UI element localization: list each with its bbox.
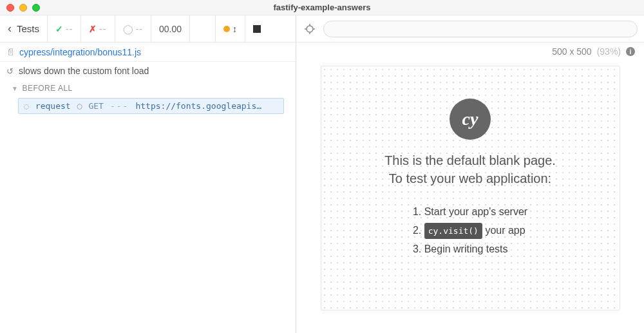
spec-file-path[interactable]: 📄︎ cypress/integration/bonus11.js bbox=[0, 43, 296, 62]
aut-iframe: cy This is the default blank page. To te… bbox=[321, 66, 620, 310]
file-icon: 📄︎ bbox=[6, 47, 15, 57]
chevron-left-icon: ‹ bbox=[8, 22, 12, 35]
info-icon[interactable]: i bbox=[626, 47, 635, 56]
spinner-icon: ◌ bbox=[24, 101, 29, 111]
instruction-item: Start your app's server bbox=[413, 203, 527, 222]
state-circle-icon: ◯ bbox=[77, 101, 82, 111]
circle-icon: ◯ bbox=[123, 24, 133, 34]
instructions-list: Start your app's server cy.visit() your … bbox=[413, 203, 527, 258]
check-icon: ✓ bbox=[55, 24, 63, 34]
back-to-tests-button[interactable]: ‹ Tests bbox=[0, 15, 48, 42]
test-title-text: slows down the custom font load bbox=[19, 66, 149, 76]
failed-count: ✗ -- bbox=[81, 15, 115, 42]
minimize-window-button[interactable] bbox=[19, 4, 27, 12]
command-url: https://fonts.googleapis… bbox=[135, 101, 278, 111]
auto-scroll-toggle[interactable]: ↕ bbox=[216, 15, 245, 42]
reporter-panel: ‹ Tests ✓ -- ✗ -- ◯ -- 00.00 bbox=[0, 15, 296, 333]
timer: 00.00 bbox=[151, 15, 190, 42]
caret-down-icon: ▼ bbox=[12, 85, 18, 92]
selector-playground-button[interactable] bbox=[303, 22, 317, 36]
instruction-item: Begin writing tests bbox=[413, 240, 527, 259]
blank-page-heading: This is the default blank page. To test … bbox=[384, 151, 556, 187]
viewport-dimensions: 500 x 500 bbox=[552, 46, 592, 57]
reload-icon: ↺ bbox=[6, 66, 14, 76]
aut-toolbar bbox=[296, 15, 644, 43]
tests-label: Tests bbox=[17, 23, 39, 34]
aut-panel: 500 x 500 (93%) i cy This is the default… bbox=[296, 15, 644, 333]
cypress-logo: cy bbox=[450, 99, 491, 140]
x-icon: ✗ bbox=[89, 24, 97, 34]
close-window-button[interactable] bbox=[6, 4, 14, 12]
command-dashes: --- bbox=[110, 101, 129, 111]
zoom-window-button[interactable] bbox=[32, 4, 40, 12]
passed-count: ✓ -- bbox=[48, 15, 81, 42]
command-row[interactable]: ◌ request ◯ GET --- https://fonts.google… bbox=[18, 98, 284, 114]
viewport-scale: (93%) bbox=[597, 46, 621, 57]
stop-icon bbox=[253, 25, 261, 33]
hook-name: BEFORE ALL bbox=[22, 84, 72, 93]
instruction-item: cy.visit() your app bbox=[413, 222, 527, 240]
traffic-lights bbox=[0, 4, 40, 12]
pending-count: ◯ -- bbox=[115, 15, 151, 42]
reporter-toolbar: ‹ Tests ✓ -- ✗ -- ◯ -- 00.00 bbox=[0, 15, 296, 43]
updown-arrow-icon: ↕ bbox=[232, 24, 237, 34]
status-dot-icon bbox=[223, 26, 230, 32]
window-title: fastify-example-answers bbox=[0, 3, 644, 12]
url-input[interactable] bbox=[323, 21, 638, 37]
svg-point-0 bbox=[307, 26, 313, 32]
stop-button[interactable] bbox=[245, 15, 269, 42]
viewport-info: 500 x 500 (93%) i bbox=[296, 43, 644, 61]
test-title-row[interactable]: ↺ slows down the custom font load bbox=[0, 62, 296, 80]
command-method: GET bbox=[88, 101, 103, 111]
window-titlebar: fastify-example-answers bbox=[0, 0, 644, 15]
command-name: request bbox=[35, 101, 71, 111]
hook-header[interactable]: ▼ BEFORE ALL bbox=[0, 80, 296, 97]
code-chip: cy.visit() bbox=[424, 223, 482, 239]
spec-path-text: cypress/integration/bonus11.js bbox=[19, 47, 141, 57]
crosshair-icon bbox=[305, 24, 315, 34]
